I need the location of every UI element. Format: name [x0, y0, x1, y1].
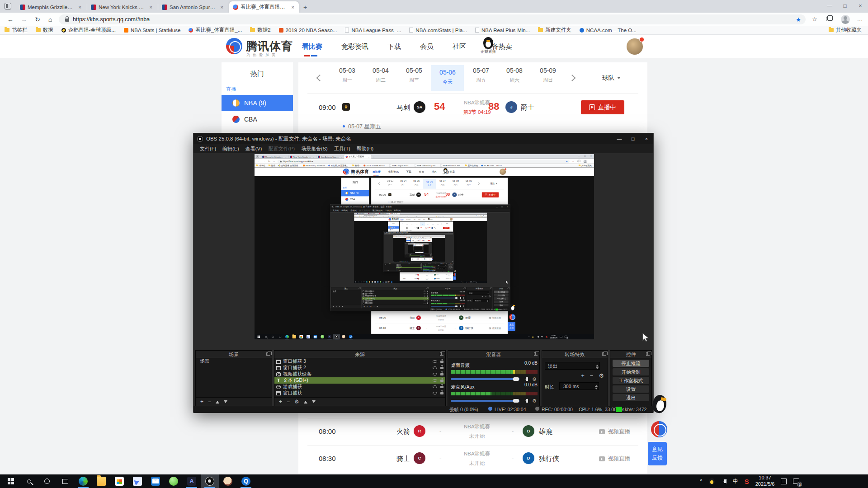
- popout-icon[interactable]: [440, 352, 443, 356]
- taskbar-edge[interactable]: [74, 474, 92, 488]
- bookmark-item[interactable]: 新建文件夹: [538, 27, 571, 33]
- sidebar-item-cba[interactable]: CBA: [222, 111, 293, 127]
- video-live-link[interactable]: 视频直播: [599, 428, 630, 436]
- source-item[interactable]: 视频捕获设备: [274, 371, 445, 377]
- popout-icon[interactable]: [534, 352, 538, 356]
- tray-expand-chevron[interactable]: ^: [700, 478, 703, 484]
- browser-tab-3[interactable]: San Antonio Spurs vs Utah Jazz ×: [158, 1, 228, 13]
- duration-input[interactable]: 300 ms: [559, 382, 599, 390]
- menu-help[interactable]: 帮助(H): [357, 145, 373, 152]
- lock-icon[interactable]: [440, 392, 443, 394]
- bookmark-star-icon[interactable]: ★: [796, 16, 801, 23]
- notifications-icon[interactable]: 3: [793, 479, 799, 484]
- date-cell[interactable]: 05-03周一: [331, 67, 363, 89]
- bookmark-item[interactable]: 数据: [36, 27, 53, 33]
- tab-close-icon[interactable]: ×: [149, 5, 153, 10]
- browser-tab-2[interactable]: New York Knicks vs Denver Nug ×: [87, 1, 157, 13]
- source-item-selected[interactable]: T文本 (GDI+): [274, 377, 445, 384]
- live-now-button[interactable]: 直播中: [581, 100, 624, 114]
- slider-handle[interactable]: [513, 377, 519, 381]
- cortana-button[interactable]: [38, 474, 56, 488]
- source-properties-gear-icon[interactable]: ⚙: [294, 399, 299, 405]
- spinner-icons[interactable]: [595, 384, 598, 391]
- bookmark-item[interactable]: NBA Stats | StatMuse: [124, 28, 180, 33]
- forward-button[interactable]: →: [19, 14, 29, 24]
- vertical-tabs-icon[interactable]: [5, 3, 11, 9]
- menu-scene-collection[interactable]: 场景集合(S): [301, 145, 328, 152]
- remove-transition-button[interactable]: −: [590, 372, 594, 379]
- ime-indicator[interactable]: 中: [733, 478, 738, 485]
- tab-close-icon[interactable]: ×: [78, 5, 82, 10]
- visibility-eye-icon[interactable]: [433, 385, 437, 388]
- menu-view[interactable]: 查看(V): [245, 145, 262, 152]
- taskbar-app-avatar[interactable]: [219, 474, 237, 488]
- penguin-mascot-icon[interactable]: [651, 394, 670, 414]
- source-item[interactable]: 窗口捕获 2: [274, 365, 445, 371]
- browser-tab-active[interactable]: 看比赛_体育直播_腾讯体育 ×: [229, 1, 299, 13]
- date-cell-today[interactable]: 05-06今天: [431, 65, 464, 91]
- video-live-link[interactable]: 视频直播: [599, 455, 630, 463]
- taskbar-app-bird[interactable]: [128, 474, 146, 488]
- bookmark-item[interactable]: 企鹅直播-全球顶级...: [61, 27, 116, 33]
- add-scene-button[interactable]: +: [200, 399, 203, 405]
- taskbar-app-green[interactable]: [165, 474, 183, 488]
- bookmark-item[interactable]: NCAA.com – The O...: [580, 28, 637, 33]
- exit-button[interactable]: 退出: [613, 394, 649, 401]
- nav-community[interactable]: 社区: [453, 42, 466, 51]
- bookmark-item[interactable]: 书签栏: [5, 27, 28, 33]
- channel-gear-icon[interactable]: ⚙: [532, 376, 537, 382]
- tencent-sports-float-logo[interactable]: [651, 421, 667, 437]
- feedback-button[interactable]: 意见 反馈: [648, 442, 667, 465]
- browser-tab-1[interactable]: Memphis Grizzlies vs Minnesota ×: [16, 1, 86, 13]
- lock-icon[interactable]: [440, 380, 443, 382]
- date-cell[interactable]: 05-09周日: [532, 67, 564, 89]
- menu-edit[interactable]: 编辑(E): [222, 145, 239, 152]
- volume-slider[interactable]: ⚙: [451, 398, 538, 404]
- site-logo[interactable]: 腾讯体育: [226, 38, 293, 54]
- taskbar-obs[interactable]: [201, 474, 219, 488]
- move-up-button[interactable]: [216, 399, 219, 404]
- lock-icon[interactable]: [440, 386, 443, 388]
- visibility-eye-icon[interactable]: [433, 360, 437, 363]
- bookmark-item[interactable]: NBA Real Plus-Min...: [475, 28, 530, 33]
- tab-close-icon[interactable]: ×: [220, 5, 224, 10]
- obs-title-bar[interactable]: OBS 25.0.8 (64-bit, windows) - 配置文件: 未命名…: [193, 133, 653, 144]
- obs-minimize-button[interactable]: —: [613, 133, 626, 144]
- team-filter-dropdown[interactable]: 球队: [602, 74, 621, 82]
- date-cell[interactable]: 05-05周三: [398, 67, 430, 89]
- move-down-button[interactable]: [312, 400, 316, 405]
- start-button[interactable]: [2, 474, 20, 488]
- sogou-input-icon[interactable]: S: [745, 478, 749, 485]
- transition-gear-icon[interactable]: ⚙: [599, 372, 604, 379]
- visibility-eye-icon[interactable]: [433, 392, 437, 394]
- qq-tray-icon[interactable]: [709, 478, 715, 485]
- popout-icon[interactable]: [646, 352, 650, 356]
- move-down-button[interactable]: [224, 400, 227, 405]
- nav-watch-games[interactable]: 看比赛: [302, 42, 322, 51]
- settings-button[interactable]: 设置: [613, 385, 649, 393]
- search-button[interactable]: [20, 474, 38, 488]
- upcoming-game-row[interactable]: 08:30 骑士 C - NBA常规赛 未开始 - D 独行侠 视频直播: [298, 446, 647, 471]
- date-cell[interactable]: 05-07周五: [465, 67, 497, 89]
- prev-dates-chevron[interactable]: [316, 75, 324, 82]
- new-tab-button[interactable]: +: [300, 2, 310, 12]
- add-transition-button[interactable]: +: [581, 372, 585, 379]
- browser-menu-icon[interactable]: …: [854, 14, 865, 24]
- bookmark-item[interactable]: NBA.com/Stats | Pla...: [409, 28, 467, 33]
- sources-dock-header[interactable]: 来源: [274, 351, 445, 358]
- speaker-icon[interactable]: [523, 399, 528, 403]
- lock-icon[interactable]: [440, 361, 443, 363]
- taskbar-app-q[interactable]: Q: [237, 474, 255, 488]
- visibility-eye-icon[interactable]: [433, 373, 437, 375]
- reload-button[interactable]: ↻: [33, 14, 42, 24]
- start-recording-button[interactable]: 开始录制: [613, 368, 649, 375]
- visibility-eye-icon[interactable]: [433, 366, 437, 369]
- url-field[interactable]: https://kbs.sports.qq.com/#nba ★: [59, 14, 806, 24]
- date-cell[interactable]: 05-04周二: [364, 67, 397, 89]
- upcoming-game-row[interactable]: 08:00 火箭 R - NBA常规赛 未开始 - B 雄鹿 视频直播: [298, 419, 647, 444]
- spinner-icons[interactable]: [596, 363, 599, 371]
- menu-tools[interactable]: 工具(T): [334, 145, 350, 152]
- slider-handle[interactable]: [513, 399, 519, 403]
- action-center-icon[interactable]: [781, 479, 787, 484]
- favorites-icon[interactable]: ☆: [809, 14, 820, 24]
